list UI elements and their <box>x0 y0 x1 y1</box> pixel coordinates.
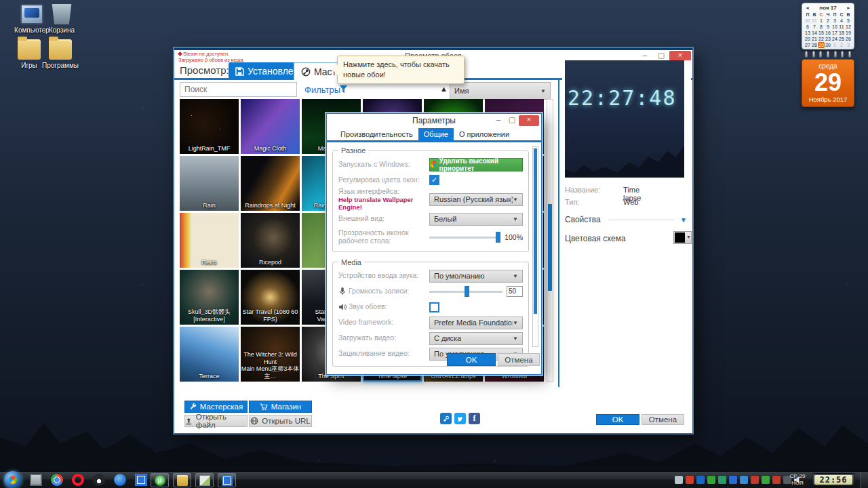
wallpaper-thumbnail[interactable]: Ricepod <box>241 213 300 268</box>
load-video-dropdown[interactable]: С диска▼ <box>429 332 523 345</box>
flash-alert-tray-icon[interactable] <box>686 476 694 484</box>
record-volume-input[interactable]: 50 <box>507 286 523 297</box>
opera-taskbar-icon[interactable] <box>72 474 84 486</box>
wallpaper-thumbnail[interactable]: Terrace <box>180 327 239 382</box>
twitter-social-icon[interactable] <box>454 413 466 424</box>
wallpaper-sound-checkbox[interactable] <box>429 302 439 312</box>
tab-performance[interactable]: Производительность <box>335 128 418 142</box>
wallpaper-thumbnail[interactable]: Skull_3D骷髅头 [Interactive] <box>180 270 239 325</box>
dialog-close-button[interactable]: × <box>519 115 539 126</box>
app-red-tray-icon[interactable] <box>751 476 759 484</box>
wallpaper-thumbnail[interactable]: Raindrops at Night <box>241 156 300 211</box>
steam-social-icon[interactable] <box>440 413 452 424</box>
desktop-icon-programs[interactable]: Программы <box>34 39 87 69</box>
search-box[interactable] <box>180 82 297 97</box>
gog-galaxy-taskbar-icon[interactable] <box>93 474 105 486</box>
close-button[interactable]: × <box>669 51 691 61</box>
wallpaper-thumbnail[interactable]: Magic Cloth <box>241 99 300 154</box>
clock-time: 22:56 <box>814 475 852 485</box>
show-desktop-button[interactable] <box>861 472 868 488</box>
search-input[interactable] <box>180 85 294 94</box>
maximize-button[interactable]: ▢ <box>653 51 669 61</box>
appearance-dropdown[interactable]: Белый▼ <box>429 213 523 226</box>
wrench-icon <box>189 403 197 411</box>
icon-opacity-slider[interactable] <box>429 232 500 243</box>
color-scheme-picker[interactable]: ▼ <box>673 231 692 244</box>
dialog-maximize-button[interactable]: ▢ <box>505 115 519 125</box>
sort-by-value: Имя <box>454 87 540 95</box>
calendar-day: 30 <box>825 42 831 48</box>
share-app-tray-icon[interactable] <box>718 476 726 484</box>
window-color-checkbox[interactable]: ✓ <box>429 175 439 185</box>
calendar-day: 1 <box>818 18 825 24</box>
workshop-button[interactable]: Мастерская <box>184 401 248 413</box>
window-ok-button[interactable]: OK <box>596 414 639 425</box>
dialog-cancel-button[interactable]: Отмена <box>498 353 540 366</box>
video-framework-dropdown[interactable]: Prefer Media Foundation▼ <box>429 317 523 329</box>
calendar-day: 5 <box>845 18 852 24</box>
language-dropdown[interactable]: Russian (Русский язык)▼ <box>429 193 523 206</box>
audio-input-dropdown[interactable]: По умолчанию▼ <box>429 270 523 283</box>
tab-general[interactable]: Общие <box>418 128 454 142</box>
sort-by-dropdown[interactable]: Имя ▼ <box>450 82 551 100</box>
utorrent-tray-tray-icon[interactable] <box>707 476 715 484</box>
grid-scrollbar-thumb[interactable] <box>548 204 552 291</box>
wallpaper-thumbnail[interactable]: Star Travel (1080 60 FPS) <box>241 270 300 325</box>
dialog-scrollbar[interactable] <box>532 146 538 347</box>
download-wallpapers-tooltip: Нажмите здесь, чтобы скачать новые обои! <box>337 56 465 84</box>
wallpaper-thumbnail[interactable]: Retro <box>180 213 239 268</box>
wallpaper-thumbnail[interactable]: Rain <box>180 156 239 211</box>
desktop-icon-recycle-bin[interactable]: Корзина <box>35 4 88 34</box>
calendar-prev-icon[interactable]: ◄ <box>805 5 810 10</box>
calendar-next-icon[interactable]: ► <box>846 5 851 10</box>
error-badge-tray-icon[interactable] <box>772 476 781 484</box>
bluetooth-tray-icon[interactable] <box>696 476 705 484</box>
grid-scrollbar[interactable] <box>547 99 553 382</box>
slider-thumb[interactable] <box>465 286 469 297</box>
wallpaper-title: Magic Cloth <box>241 145 300 152</box>
hidden-icons-tray-icon[interactable] <box>675 476 683 484</box>
wallpaper-thumbnail[interactable]: The Witcher 3: Wild Hunt Main Menu巫师3本体主… <box>241 327 300 382</box>
start-button[interactable] <box>4 471 22 488</box>
dialog-scrollbar-thumb[interactable] <box>534 148 537 314</box>
store-button[interactable]: Магазин <box>249 401 312 413</box>
sort-direction-icon[interactable]: ▲ <box>440 85 448 93</box>
slider-thumb[interactable] <box>496 232 500 243</box>
tab-about[interactable]: О приложении <box>454 128 515 142</box>
remove-high-priority-button[interactable]: Удалить высокий приоритет <box>429 158 523 171</box>
open-url-button[interactable]: Открыть URL <box>249 415 312 427</box>
properties-expand-icon[interactable]: ▼ <box>680 216 687 224</box>
utorrent-taskbar-button[interactable]: µ <box>151 473 169 487</box>
remote-desktop-taskbar-icon[interactable] <box>30 474 42 486</box>
dialog-tabs: Производительность Общие О приложении <box>327 128 541 142</box>
antivirus-ok-tray-icon[interactable] <box>762 476 770 484</box>
wallpaper-title: Terrace <box>180 373 239 380</box>
calendar-day: 14 <box>811 30 818 36</box>
calendar-day: 8 <box>818 24 825 30</box>
properties-section: Свойства ▼ <box>565 215 687 224</box>
record-volume-slider[interactable] <box>429 286 502 297</box>
facebook-social-icon[interactable]: f <box>469 413 480 424</box>
wallpaper-thumbnail[interactable]: LightRain_TMF <box>180 99 239 154</box>
window-cancel-button[interactable]: Отмена <box>642 414 684 425</box>
photos-taskbar-button[interactable] <box>195 473 214 487</box>
dialog-minimize-button[interactable]: – <box>492 115 505 125</box>
minimize-button[interactable]: – <box>637 51 653 61</box>
calendar-grid: ПВСЧПСВ303112345678910111213141516171819… <box>804 12 852 48</box>
dialog-ok-button[interactable]: OK <box>447 353 496 366</box>
maxthon-tray-icon[interactable] <box>729 476 737 484</box>
filter-funnel-icon[interactable] <box>339 85 348 94</box>
browser-taskbar-icon[interactable] <box>114 474 126 486</box>
calendar-day-name: П <box>831 12 838 18</box>
defender-shield-tray-icon[interactable] <box>740 476 748 484</box>
open-file-button[interactable]: Открыть файл <box>184 415 248 427</box>
desktop-icon-label: Корзина <box>35 26 88 34</box>
explorer-taskbar-button[interactable] <box>173 473 191 487</box>
calendar-day: 3 <box>831 18 838 24</box>
mail-taskbar-icon[interactable] <box>135 474 147 486</box>
filters-link[interactable]: Фильтры <box>304 85 340 95</box>
wallpaper-details-panel: 22:27:48 Название:Time lapse Тип:Web Сво… <box>562 60 691 387</box>
translate-link[interactable]: Help translate Wallpaper Engine! <box>338 196 414 211</box>
wallpaper-engine-taskbar-button[interactable] <box>218 473 236 487</box>
chrome-taskbar-icon[interactable] <box>51 474 63 486</box>
